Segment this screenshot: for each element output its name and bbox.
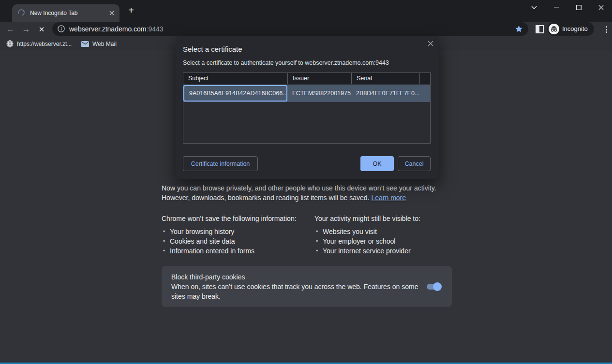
toolbar: ← → ✕ webserver.ztnademo.com:9443 Incogn…: [0, 22, 612, 37]
still-visible-heading: Your activity might still be visible to:: [314, 215, 420, 223]
tab-title: New Incognito Tab: [30, 4, 78, 22]
certificate-information-button[interactable]: Certificate information: [183, 156, 258, 171]
tab-search-chevron-icon[interactable]: [523, 2, 545, 13]
wont-save-heading: Chrome won’t save the following informat…: [162, 215, 314, 223]
toggle-knob: [433, 282, 442, 291]
window-maximize-button[interactable]: [567, 2, 590, 13]
address-bar[interactable]: webserver.ztnademo.com:9443: [52, 22, 528, 36]
still-visible-list: Your activity might still be visible to:…: [314, 215, 420, 256]
certificate-table-header: Subject Issuer Serial: [183, 73, 430, 84]
column-header-issuer: Issuer: [287, 73, 351, 84]
incognito-badge: Incognito: [547, 22, 594, 36]
browser-window: New Incognito Tab + ← → ✕: [0, 0, 612, 364]
forward-button[interactable]: →: [19, 23, 33, 36]
dialog-subtitle: Select a certificate to authenticate you…: [183, 59, 389, 66]
list-item: Your internet service provider: [314, 246, 420, 256]
stop-loading-button[interactable]: ✕: [35, 23, 48, 36]
new-tab-button[interactable]: +: [126, 6, 136, 15]
incognito-label: Incognito: [562, 22, 588, 36]
tab-close-icon[interactable]: [108, 9, 116, 17]
incognito-intro-text: Now you can browse privately, and other …: [162, 183, 454, 203]
url-host: webserver.ztnademo.com: [69, 25, 147, 33]
dialog-close-icon[interactable]: [426, 39, 435, 48]
tab-strip: New Incognito Tab +: [0, 0, 612, 22]
learn-more-link[interactable]: Learn more: [371, 194, 406, 202]
side-panel-icon[interactable]: [536, 25, 544, 33]
window-minimize-button[interactable]: [545, 2, 567, 13]
browser-menu-button[interactable]: [600, 24, 612, 35]
incognito-icon: [549, 24, 559, 34]
window-controls: [523, 2, 612, 13]
cookies-title: Block third-party cookies: [171, 272, 442, 282]
mail-icon: [81, 41, 89, 47]
wont-save-list: Chrome won’t save the following informat…: [162, 215, 314, 256]
select-certificate-dialog: Select a certificate Select a certificat…: [176, 36, 439, 179]
bookmark-label: https://webserver.zt...: [17, 41, 72, 47]
list-item: Your employer or school: [314, 236, 420, 246]
block-cookies-toggle[interactable]: [427, 284, 441, 290]
column-header-subject: Subject: [183, 73, 287, 84]
cell-subject[interactable]: 9A016B5A6E914B42AD4168C066...: [183, 85, 287, 102]
column-header-serial: Serial: [351, 73, 419, 84]
cell-serial: 2B8D4FF0E71FE7E0...: [351, 90, 419, 97]
window-close-button[interactable]: [590, 2, 612, 13]
cookies-description: When on, sites can’t use cookies that tr…: [171, 282, 419, 301]
third-party-cookies-card: Block third-party cookies When on, sites…: [162, 266, 452, 307]
intro-line-1: Now you can browse privately, and other …: [162, 184, 436, 192]
list-item: Websites you visit: [314, 227, 420, 236]
list-item: Information entered in forms: [162, 246, 314, 256]
list-item: Your browsing history: [162, 227, 314, 236]
bookmark-label: Web Mail: [92, 41, 117, 47]
certificate-table: Subject Issuer Serial 9A016B5A6E914B42AD…: [183, 73, 431, 144]
list-item: Cookies and site data: [162, 236, 314, 246]
back-button[interactable]: ←: [4, 23, 17, 36]
certificate-row-selected[interactable]: 9A016B5A6E914B42AD4168C066... FCTEMS8822…: [183, 85, 430, 102]
cell-issuer: FCTEMS8822001975: [287, 90, 351, 97]
globe-icon: [6, 40, 14, 47]
tab-new-incognito[interactable]: New Incognito Tab: [12, 4, 119, 22]
url-port: :9443: [147, 25, 164, 33]
intro-line-2: However, downloads, bookmarks and readin…: [162, 194, 370, 202]
incognito-info-lists: Chrome won’t save the following informat…: [162, 215, 454, 256]
page-info-icon[interactable]: [58, 25, 65, 32]
bookmark-star-icon[interactable]: [515, 25, 523, 33]
bookmark-webserver[interactable]: https://webserver.zt...: [6, 37, 72, 50]
tab-loading-spinner-icon: [17, 8, 26, 17]
ok-button[interactable]: OK: [360, 156, 394, 171]
url-text: webserver.ztnademo.com:9443: [69, 22, 164, 36]
cancel-button[interactable]: Cancel: [398, 156, 431, 171]
dialog-title: Select a certificate: [183, 45, 242, 53]
bookmark-webmail[interactable]: Web Mail: [81, 37, 117, 50]
column-header-spacer: [419, 73, 430, 84]
